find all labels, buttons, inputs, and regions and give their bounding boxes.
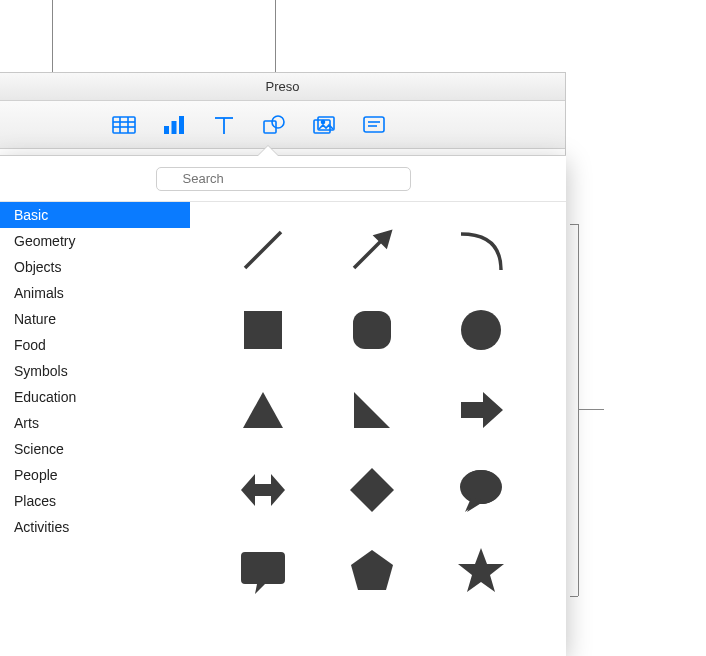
- svg-rect-23: [353, 311, 391, 349]
- svg-rect-7: [179, 116, 184, 134]
- svg-rect-5: [164, 126, 169, 134]
- shape-double-arrow[interactable]: [208, 450, 317, 530]
- sidebar-item-animals[interactable]: Animals: [0, 280, 190, 306]
- sidebar-item-label: Places: [14, 493, 56, 509]
- comment-button[interactable]: [360, 111, 388, 139]
- sidebar-item-science[interactable]: Science: [0, 436, 190, 462]
- category-sidebar: Basic Geometry Objects Animals Nature Fo…: [0, 202, 190, 656]
- svg-point-25: [460, 470, 502, 504]
- sidebar-item-label: Symbols: [14, 363, 68, 379]
- sidebar-item-label: Activities: [14, 519, 69, 535]
- chart-button[interactable]: [160, 111, 188, 139]
- media-button[interactable]: [310, 111, 338, 139]
- shape-speech-bubble[interactable]: [427, 450, 536, 530]
- svg-rect-6: [172, 121, 177, 134]
- svg-rect-0: [113, 117, 135, 133]
- shape-triangle[interactable]: [208, 370, 317, 450]
- callout-line: [570, 224, 578, 225]
- sidebar-item-people[interactable]: People: [0, 462, 190, 488]
- svg-line-20: [245, 232, 281, 268]
- shape-icon: [261, 114, 287, 136]
- svg-point-14: [322, 120, 325, 123]
- sidebar-item-nature[interactable]: Nature: [0, 306, 190, 332]
- shape-square[interactable]: [208, 290, 317, 370]
- sidebar-item-geometry[interactable]: Geometry: [0, 228, 190, 254]
- sidebar-item-objects[interactable]: Objects: [0, 254, 190, 280]
- svg-point-11: [272, 116, 284, 128]
- svg-point-24: [461, 310, 501, 350]
- sidebar-item-places[interactable]: Places: [0, 488, 190, 514]
- sidebar-item-education[interactable]: Education: [0, 384, 190, 410]
- shape-arrow-line[interactable]: [317, 210, 426, 290]
- shape-grid: [190, 202, 566, 656]
- search-row: [0, 156, 566, 202]
- shape-pentagon[interactable]: [317, 530, 426, 610]
- sidebar-item-label: People: [14, 467, 58, 483]
- callout-line: [578, 224, 579, 596]
- shape-circle[interactable]: [427, 290, 536, 370]
- shape-rounded-square[interactable]: [317, 290, 426, 370]
- svg-rect-15: [364, 117, 384, 132]
- sidebar-item-label: Animals: [14, 285, 64, 301]
- sidebar-item-label: Nature: [14, 311, 56, 327]
- sidebar-item-label: Arts: [14, 415, 39, 431]
- sidebar-item-activities[interactable]: Activities: [0, 514, 190, 540]
- sidebar-item-arts[interactable]: Arts: [0, 410, 190, 436]
- comment-icon: [361, 114, 387, 136]
- sidebar-item-label: Food: [14, 337, 46, 353]
- search-input[interactable]: [156, 167, 411, 191]
- shape-button[interactable]: [260, 111, 288, 139]
- sidebar-item-food[interactable]: Food: [0, 332, 190, 358]
- shape-callout-rect[interactable]: [208, 530, 317, 610]
- shape-diamond[interactable]: [317, 450, 426, 530]
- window-titlebar: Preso: [0, 73, 565, 101]
- toolbar: [0, 101, 565, 149]
- svg-rect-22: [244, 311, 282, 349]
- text-icon: [211, 114, 237, 136]
- shape-star[interactable]: [427, 530, 536, 610]
- table-icon: [111, 114, 137, 136]
- callout-line: [570, 596, 578, 597]
- sidebar-item-symbols[interactable]: Symbols: [0, 358, 190, 384]
- media-icon: [311, 114, 337, 136]
- callout-line: [578, 409, 604, 410]
- chart-icon: [161, 114, 187, 136]
- shape-line[interactable]: [208, 210, 317, 290]
- shape-curve[interactable]: [427, 210, 536, 290]
- svg-line-21: [354, 238, 384, 268]
- table-button[interactable]: [110, 111, 138, 139]
- window-title: Preso: [266, 79, 300, 94]
- shapes-popover: Basic Geometry Objects Animals Nature Fo…: [0, 155, 566, 656]
- text-button[interactable]: [210, 111, 238, 139]
- shape-right-triangle[interactable]: [317, 370, 426, 450]
- shape-arrow-right[interactable]: [427, 370, 536, 450]
- sidebar-item-label: Basic: [14, 207, 48, 223]
- sidebar-item-label: Geometry: [14, 233, 75, 249]
- sidebar-item-label: Science: [14, 441, 64, 457]
- sidebar-item-basic[interactable]: Basic: [0, 202, 190, 228]
- sidebar-item-label: Objects: [14, 259, 61, 275]
- sidebar-item-label: Education: [14, 389, 76, 405]
